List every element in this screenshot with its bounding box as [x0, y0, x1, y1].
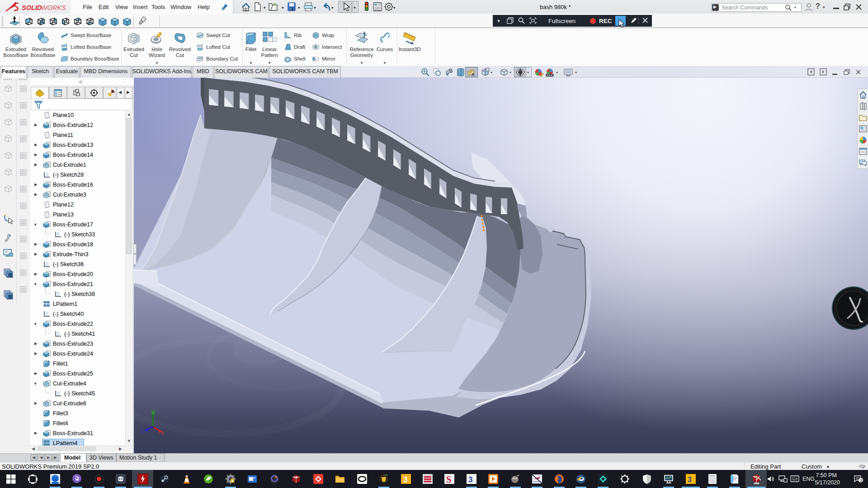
svg-text:WORKS: WORKS — [41, 4, 66, 11]
svg-text:3: 3 — [403, 475, 407, 484]
svg-text:S: S — [446, 474, 451, 484]
svg-text:3: 3 — [468, 475, 472, 484]
svg-text:2019: 2019 — [755, 483, 758, 485]
svg-text:3: 3 — [688, 476, 692, 483]
svg-text:X: X — [161, 431, 165, 436]
svg-text:Z: Z — [141, 429, 143, 434]
svg-text:A: A — [472, 72, 475, 77]
svg-text:2: 2 — [860, 479, 862, 483]
svg-text:SW: SW — [294, 476, 298, 479]
svg-text:SOLID: SOLID — [22, 4, 42, 11]
